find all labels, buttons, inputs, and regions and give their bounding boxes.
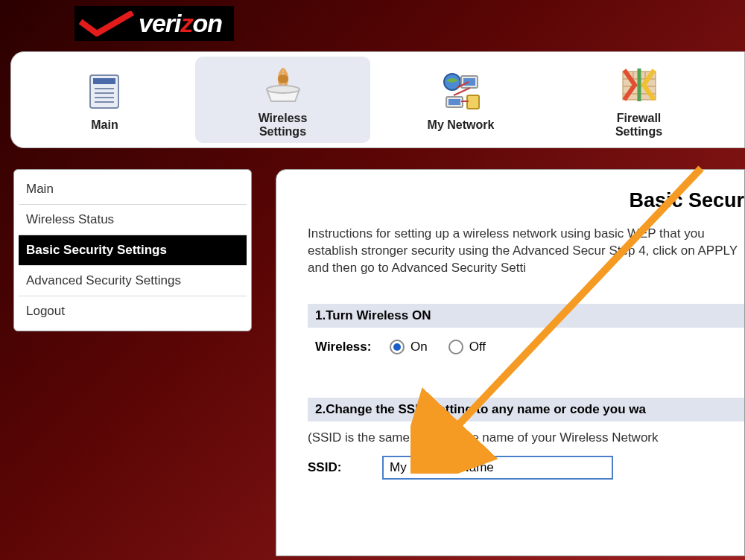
- svg-rect-10: [463, 78, 475, 86]
- svg-point-7: [267, 86, 299, 93]
- radio-icon: [390, 340, 405, 354]
- wireless-off-radio[interactable]: Off: [448, 340, 486, 354]
- sidebar: Main Wireless Status Basic Security Sett…: [13, 169, 252, 331]
- topnav-firewall-settings[interactable]: Firewall Settings: [551, 57, 726, 143]
- section-1-head: 1.Turn Wireless ON: [308, 304, 744, 328]
- page-title: Basic Secur: [308, 189, 744, 212]
- sidebar-item-wireless-status[interactable]: Wireless Status: [19, 205, 247, 235]
- svg-rect-13: [467, 95, 479, 109]
- wireless-icon: [259, 61, 307, 109]
- ssid-label: SSID:: [308, 460, 382, 475]
- radio-icon: [448, 340, 463, 354]
- sidebar-item-logout[interactable]: Logout: [19, 296, 247, 326]
- sidebar-item-basic-security[interactable]: Basic Security Settings: [19, 235, 247, 266]
- topnav-label: Firewall Settings: [615, 112, 662, 139]
- section-2-head: 2.Change the SSID setting to any name or…: [308, 398, 744, 421]
- topnav-label: Wireless Settings: [259, 112, 308, 139]
- svg-point-6: [278, 74, 288, 83]
- topnav-main[interactable]: Main: [17, 57, 192, 143]
- ssid-input[interactable]: [382, 456, 613, 480]
- ssid-help-text: (SSID is the same thing as the name of y…: [308, 430, 744, 453]
- content-panel: Basic Secur Instructions for setting up …: [276, 169, 745, 556]
- network-icon: [439, 68, 484, 115]
- wireless-label: Wireless:: [315, 340, 390, 354]
- verizon-logo: verizon: [74, 6, 234, 41]
- topnav-label: My Network: [428, 118, 495, 132]
- svg-rect-12: [448, 99, 460, 105]
- sidebar-item-main[interactable]: Main: [19, 174, 247, 205]
- firewall-icon: [618, 61, 660, 109]
- main-icon: [84, 68, 126, 115]
- topnav-wireless-settings[interactable]: Wireless Settings: [195, 57, 370, 143]
- wireless-toggle-row: Wireless: On Off: [308, 337, 744, 357]
- verizon-check-icon: [79, 11, 134, 36]
- radio-label: Off: [469, 340, 486, 354]
- ssid-row: SSID:: [308, 453, 744, 483]
- radio-label: On: [410, 340, 428, 354]
- wireless-on-radio[interactable]: On: [390, 340, 428, 354]
- topnav-label: Main: [91, 118, 118, 132]
- topnav-my-network[interactable]: My Network: [373, 57, 548, 143]
- svg-rect-1: [93, 78, 115, 84]
- instructions-text: Instructions for setting up a wireless n…: [308, 226, 744, 277]
- sidebar-item-advanced-security[interactable]: Advanced Security Settings: [19, 266, 247, 296]
- logo-bar: verizon: [0, 0, 745, 44]
- top-navigation: Main Wireless Settings: [10, 51, 745, 148]
